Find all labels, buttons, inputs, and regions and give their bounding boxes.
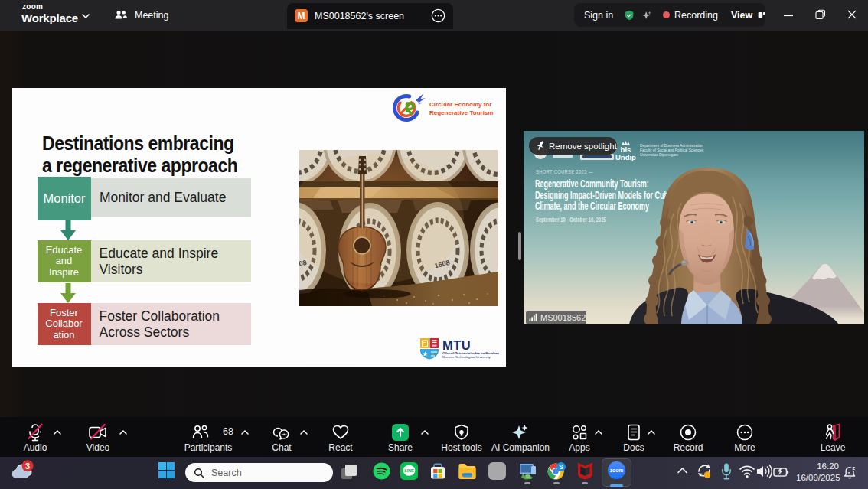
svg-text:S: S xyxy=(559,463,563,471)
svg-text:z: z xyxy=(853,465,856,471)
svg-text:Regenerative Tourism: Regenerative Tourism xyxy=(429,109,493,116)
svg-text:3: 3 xyxy=(25,461,30,471)
svg-text:z: z xyxy=(847,471,850,475)
svg-text:Circular Economy for: Circular Economy for xyxy=(429,101,491,108)
svg-text:LINE: LINE xyxy=(404,468,414,473)
svg-text:zoom: zoom xyxy=(610,468,624,473)
svg-text:Munster Technological Universi: Munster Technological University xyxy=(442,355,491,359)
svg-text:MTU: MTU xyxy=(442,338,471,352)
